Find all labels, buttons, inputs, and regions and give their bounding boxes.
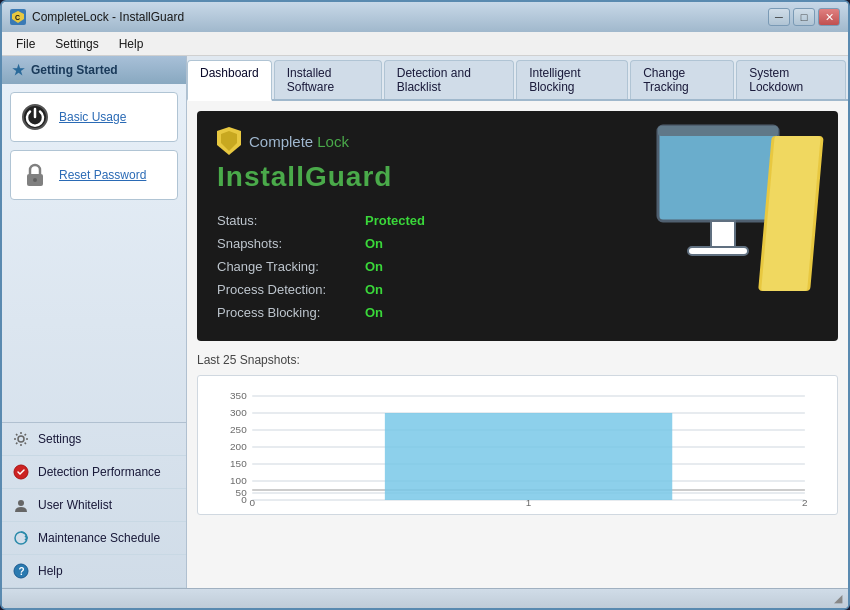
content-area: Dashboard Installed Software Detection a… xyxy=(187,56,848,588)
svg-rect-36 xyxy=(385,413,672,500)
tab-dashboard[interactable]: Dashboard xyxy=(187,60,272,101)
tab-bar: Dashboard Installed Software Detection a… xyxy=(187,56,848,101)
reset-password-link[interactable]: Reset Password xyxy=(59,168,146,182)
basic-usage-link[interactable]: Basic Usage xyxy=(59,110,126,124)
svg-text:300: 300 xyxy=(230,407,247,417)
svg-text:2: 2 xyxy=(802,497,808,506)
process-blocking-label: Process Blocking: xyxy=(217,305,357,320)
svg-point-4 xyxy=(33,178,37,182)
menu-help[interactable]: Help xyxy=(109,35,154,53)
main-layout: ★ Getting Started Basic Usage xyxy=(2,56,848,588)
tab-detection-blacklist[interactable]: Detection and Blacklist xyxy=(384,60,514,99)
settings-icon xyxy=(12,430,30,448)
svg-text:0: 0 xyxy=(241,494,247,504)
monitor-illustration xyxy=(618,121,828,321)
svg-text:150: 150 xyxy=(230,458,247,468)
svg-text:C: C xyxy=(15,14,20,21)
svg-text:0: 0 xyxy=(249,497,255,506)
process-blocking-value: On xyxy=(365,305,383,320)
process-detection-label: Process Detection: xyxy=(217,282,357,297)
chart-container: 350 300 250 200 150 100 50 xyxy=(197,375,838,515)
snapshots-section: Last 25 Snapshots: 350 300 xyxy=(197,353,838,515)
process-detection-value: On xyxy=(365,282,383,297)
power-icon xyxy=(19,101,51,133)
application-window: C CompleteLock - InstallGuard ─ □ ✕ File… xyxy=(0,0,850,610)
user-whitelist-icon xyxy=(12,496,30,514)
guard-text: Guard xyxy=(305,161,392,192)
window-title: CompleteLock - InstallGuard xyxy=(32,10,768,24)
sidebar-item-user-whitelist[interactable]: User Whitelist xyxy=(2,489,186,522)
svg-rect-15 xyxy=(711,221,735,249)
lock-icon xyxy=(19,159,51,191)
change-tracking-label: Change Tracking: xyxy=(217,259,357,274)
status-bar: ◢ xyxy=(2,588,848,608)
svg-point-5 xyxy=(18,436,24,442)
dashboard-panel: CompleteLock InstallGuard Status: Protec… xyxy=(187,101,848,588)
svg-rect-16 xyxy=(688,247,748,255)
tab-change-tracking[interactable]: Change Tracking xyxy=(630,60,734,99)
window-controls: ─ □ ✕ xyxy=(768,8,840,26)
detection-performance-label: Detection Performance xyxy=(38,465,161,479)
logo-complete-text: Complete xyxy=(249,133,313,150)
resize-handle: ◢ xyxy=(834,592,842,605)
svg-text:350: 350 xyxy=(230,390,247,400)
detection-performance-icon xyxy=(12,463,30,481)
sidebar-item-settings[interactable]: Settings xyxy=(2,423,186,456)
svg-rect-14 xyxy=(658,126,778,136)
sidebar-header-label: Getting Started xyxy=(31,63,118,77)
sidebar: ★ Getting Started Basic Usage xyxy=(2,56,187,588)
svg-text:200: 200 xyxy=(230,441,247,451)
minimize-button[interactable]: ─ xyxy=(768,8,790,26)
svg-text:1: 1 xyxy=(526,497,532,506)
maintenance-schedule-icon xyxy=(12,529,30,547)
svg-text:?: ? xyxy=(19,566,25,577)
maintenance-schedule-label: Maintenance Schedule xyxy=(38,531,160,545)
maximize-button[interactable]: □ xyxy=(793,8,815,26)
star-icon: ★ xyxy=(12,62,25,78)
status-value: Protected xyxy=(365,213,425,228)
svg-rect-13 xyxy=(658,126,778,221)
sidebar-item-maintenance-schedule[interactable]: Maintenance Schedule xyxy=(2,522,186,555)
bar-chart: 350 300 250 200 150 100 50 xyxy=(208,386,827,506)
app-icon: C xyxy=(10,9,26,25)
title-bar: C CompleteLock - InstallGuard ─ □ ✕ xyxy=(2,2,848,32)
snapshots-value: On xyxy=(365,236,383,251)
change-tracking-value: On xyxy=(365,259,383,274)
sidebar-content: Basic Usage Reset Password xyxy=(2,84,186,422)
help-label: Help xyxy=(38,564,63,578)
tab-intelligent-blocking[interactable]: Intelligent Blocking xyxy=(516,60,628,99)
sidebar-getting-started-header: ★ Getting Started xyxy=(2,56,186,84)
tab-installed-software[interactable]: Installed Software xyxy=(274,60,382,99)
snapshots-label: Snapshots: xyxy=(217,236,357,251)
user-whitelist-label: User Whitelist xyxy=(38,498,112,512)
menu-file[interactable]: File xyxy=(6,35,45,53)
tab-system-lockdown[interactable]: System Lockdown xyxy=(736,60,846,99)
svg-text:100: 100 xyxy=(230,475,247,485)
close-button[interactable]: ✕ xyxy=(818,8,840,26)
sidebar-navigation: Settings Detection Performance xyxy=(2,422,186,588)
install-text: Install xyxy=(217,161,305,192)
menu-bar: File Settings Help xyxy=(2,32,848,56)
sidebar-card-basic-usage[interactable]: Basic Usage xyxy=(10,92,178,142)
help-icon: ? xyxy=(12,562,30,580)
svg-point-7 xyxy=(18,500,24,506)
snapshots-chart-title: Last 25 Snapshots: xyxy=(197,353,838,367)
hero-banner: CompleteLock InstallGuard Status: Protec… xyxy=(197,111,838,341)
sidebar-item-help[interactable]: ? Help xyxy=(2,555,186,588)
logo-lock-text: Lock xyxy=(317,133,349,150)
settings-label: Settings xyxy=(38,432,81,446)
menu-settings[interactable]: Settings xyxy=(45,35,108,53)
svg-text:250: 250 xyxy=(230,424,247,434)
status-label: Status: xyxy=(217,213,357,228)
sidebar-card-reset-password[interactable]: Reset Password xyxy=(10,150,178,200)
sidebar-item-detection-performance[interactable]: Detection Performance xyxy=(2,456,186,489)
